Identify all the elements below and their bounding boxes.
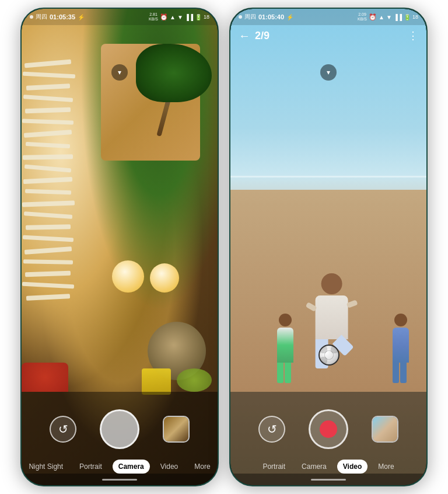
yellow-item bbox=[142, 368, 171, 395]
mode-tabs-2: Portrait Camera Video More bbox=[257, 460, 400, 474]
nav-bar-1 bbox=[22, 474, 218, 485]
network-bars-2: ▐▐ bbox=[394, 14, 402, 20]
speed-indicator: 2.81 KB/S bbox=[149, 12, 158, 22]
player-left-legs bbox=[277, 363, 293, 383]
mode-tab-portrait-2[interactable]: Portrait bbox=[257, 460, 291, 474]
mode-tab-portrait-1[interactable]: Portrait bbox=[74, 460, 108, 474]
chevron-down-2[interactable]: ▾ bbox=[320, 64, 337, 81]
signal-icon: ▲ bbox=[170, 14, 176, 20]
rotate-icon: ↺ bbox=[58, 422, 68, 436]
alarm-icon-2: ⏰ bbox=[369, 13, 377, 21]
egg-2 bbox=[150, 263, 179, 293]
gallery-thumbnail[interactable] bbox=[163, 416, 190, 443]
player-main-torso bbox=[316, 295, 348, 339]
player-left-body bbox=[277, 328, 293, 363]
speed-indicator-2: 2.09 KB/S bbox=[358, 12, 367, 22]
status-time: 01:05:35 bbox=[50, 13, 75, 20]
status-bar-2: 周四 01:05:40 ⚡ 2.09 KB/S ⏰ ▲ ▼ ▐▐ 🔋 18 bbox=[230, 9, 426, 25]
status-icons: 2.81 KB/S ⏰ ▲ ▼ ▐▐ 🔋 18 bbox=[149, 12, 209, 22]
noodles bbox=[22, 55, 86, 318]
photo-counter: 2/9 bbox=[255, 30, 408, 42]
more-options-button[interactable]: ⋮ bbox=[408, 29, 418, 42]
phone-2: 周四 01:05:40 ⚡ 2.09 KB/S ⏰ ▲ ▼ ▐▐ 🔋 18 ← … bbox=[229, 8, 428, 486]
camera-controls-2: ↺ Portrait Camera Video bbox=[230, 392, 426, 485]
mode-tab-camera-2[interactable]: Camera bbox=[296, 460, 332, 474]
gallery-thumbnail-2[interactable] bbox=[372, 416, 398, 443]
status-left: 周四 01:05:35 ⚡ bbox=[30, 13, 85, 21]
record-dot bbox=[320, 420, 337, 438]
player-left bbox=[277, 314, 293, 383]
battery-icon: 🔋 bbox=[195, 14, 202, 20]
status-label-2: 周四 bbox=[244, 13, 256, 21]
horizon-line bbox=[230, 176, 426, 178]
player-right bbox=[393, 314, 409, 383]
control-buttons-1: ↺ bbox=[50, 409, 190, 449]
battery-icon-2: 🔋 bbox=[404, 14, 411, 20]
lightning-icon-2: ⚡ bbox=[286, 14, 293, 20]
shutter-button[interactable] bbox=[100, 409, 139, 449]
green-item bbox=[177, 368, 212, 392]
phone-1: 周四 01:05:35 ⚡ 2.81 KB/S ⏰ ▲ ▼ ▐▐ 🔋 18 ▾ … bbox=[20, 8, 219, 486]
alarm-icon: ⏰ bbox=[160, 13, 168, 21]
mode-tab-night-sight[interactable]: Night Sight bbox=[23, 460, 69, 474]
player-right-legs bbox=[393, 363, 409, 383]
wifi-icon: ▼ bbox=[177, 14, 183, 20]
status-icons-2: 2.09 KB/S ⏰ ▲ ▼ ▐▐ 🔋 18 bbox=[358, 12, 418, 22]
battery-level-2: 18 bbox=[412, 14, 418, 20]
leg-r1 bbox=[393, 363, 399, 383]
mode-tab-camera-1[interactable]: Camera bbox=[113, 460, 150, 474]
mode-tab-video-2[interactable]: Video bbox=[337, 460, 368, 474]
lightning-icon: ⚡ bbox=[78, 14, 85, 20]
gallery-preview bbox=[164, 417, 188, 441]
rotate-camera-button-2[interactable]: ↺ bbox=[258, 416, 285, 443]
status-left-2: 周四 01:05:40 ⚡ bbox=[239, 13, 293, 21]
control-buttons-2: ↺ bbox=[258, 409, 398, 449]
rotate-camera-button[interactable]: ↺ bbox=[50, 416, 76, 443]
status-dot-2 bbox=[239, 15, 242, 19]
mode-tabs-1: Night Sight Portrait Camera Video More bbox=[23, 460, 216, 474]
ball-pattern bbox=[320, 346, 338, 364]
signal-icon-2: ▲ bbox=[379, 14, 384, 20]
egg-1 bbox=[112, 260, 144, 293]
status-time-2: 01:05:40 bbox=[258, 13, 284, 20]
camera-controls-1: ↺ Night Sight Portrait Camera Video bbox=[22, 392, 218, 485]
wifi-icon-2: ▼ bbox=[386, 14, 392, 20]
mode-tab-more-1[interactable]: More bbox=[188, 460, 216, 474]
status-dot bbox=[30, 15, 33, 19]
gallery-preview-2 bbox=[373, 417, 397, 441]
soccer-ball bbox=[318, 345, 340, 366]
battery-level: 18 bbox=[204, 14, 209, 20]
player-right-head bbox=[394, 314, 407, 326]
mode-tab-more-2[interactable]: More bbox=[372, 460, 400, 474]
green-vegetables bbox=[136, 44, 212, 102]
player-right-body bbox=[393, 328, 409, 363]
red-item bbox=[22, 363, 68, 392]
leg-l1 bbox=[277, 363, 284, 383]
network-bars: ▐▐ bbox=[185, 14, 193, 20]
player-left-head bbox=[279, 314, 292, 326]
chevron-down-1[interactable]: ▾ bbox=[111, 64, 128, 81]
top-bar-2: ← 2/9 ⋮ bbox=[230, 25, 426, 46]
phone-2-screen: 周四 01:05:40 ⚡ 2.09 KB/S ⏰ ▲ ▼ ▐▐ 🔋 18 ← … bbox=[230, 9, 426, 485]
nav-indicator-2 bbox=[311, 479, 346, 481]
back-button[interactable]: ← bbox=[239, 29, 250, 43]
nav-indicator-1 bbox=[102, 479, 137, 481]
nav-bar-2 bbox=[230, 474, 426, 485]
leg-l2 bbox=[285, 363, 291, 383]
player-main-head bbox=[321, 273, 342, 294]
status-bar-1: 周四 01:05:35 ⚡ 2.81 KB/S ⏰ ▲ ▼ ▐▐ 🔋 18 bbox=[22, 9, 218, 25]
status-label: 周四 bbox=[36, 13, 47, 21]
phone-1-screen: 周四 01:05:35 ⚡ 2.81 KB/S ⏰ ▲ ▼ ▐▐ 🔋 18 ▾ … bbox=[22, 9, 218, 485]
chevron-icon: ▾ bbox=[118, 68, 121, 76]
rotate-icon-2: ↺ bbox=[267, 422, 277, 436]
mode-tab-video-1[interactable]: Video bbox=[155, 460, 184, 474]
record-button[interactable] bbox=[309, 409, 348, 449]
chevron-icon-2: ▾ bbox=[327, 68, 330, 76]
leg-r2 bbox=[400, 363, 407, 383]
